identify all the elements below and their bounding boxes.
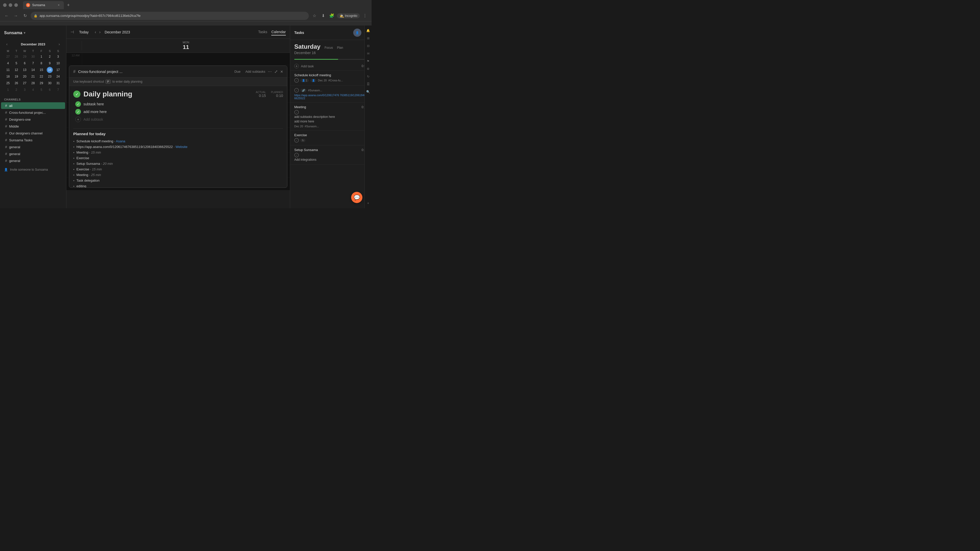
layers-icon[interactable]: ⊟ [365,43,371,49]
modal-expand-button[interactable]: ⤢ [274,69,278,74]
sidebar-item-all[interactable]: # all [1,102,65,109]
cal-day[interactable]: 1 [5,87,11,93]
cal-day[interactable]: 10 [55,60,61,66]
next-period-button[interactable]: › [98,29,102,35]
cal-day[interactable]: 3 [55,54,61,60]
cal-day[interactable]: 29 [38,80,45,86]
task-check[interactable]: ✓ [294,138,299,143]
collapse-sidebar-button[interactable]: ⊣ [70,30,74,35]
cal-day[interactable]: 30 [30,54,36,60]
forward-button[interactable]: → [12,12,19,19]
cal-day-today[interactable]: 16 [47,67,53,73]
cal-day[interactable]: 4 [30,87,36,93]
invite-button[interactable]: 👤 Invite someone to Sunsama [0,166,66,173]
cal-day[interactable]: 14 [30,67,36,73]
add-subtask-button[interactable]: + [75,117,81,122]
sidebar-item-our-designers[interactable]: # Our designers channel [1,130,65,137]
cal-day[interactable]: 2 [47,54,53,60]
task-check[interactable]: ✓ [294,153,299,157]
cal-day[interactable]: 30 [47,80,53,86]
cal-day[interactable]: 9 [47,60,53,66]
back-button[interactable]: ← [3,12,10,19]
grid-icon[interactable]: ⊞ [365,35,371,41]
task-check[interactable]: ✓ [294,78,299,83]
cal-day[interactable]: 27 [22,80,28,86]
task-check[interactable]: ✓ [294,110,299,114]
subtask-check-2[interactable]: ✓ [75,109,81,114]
app-logo[interactable]: Sunsama ▾ [0,29,66,39]
sidebar-item-general-3[interactable]: # general [1,157,65,164]
cal-day[interactable]: 25 [5,80,11,86]
cal-day[interactable]: 2 [13,87,19,93]
cal-day[interactable]: 6 [47,87,53,93]
calendar-prev-button[interactable]: ‹ [4,41,10,47]
sidebar-item-designers-one[interactable]: # Designers-one [1,116,65,123]
cal-day[interactable]: 13 [22,67,28,73]
tab-close-button[interactable]: × [57,3,61,7]
modal-more-options-button[interactable]: ⋯ [268,69,272,74]
modal-due-button[interactable]: Due [232,69,243,74]
cal-day[interactable]: 21 [30,73,36,79]
cal-day[interactable]: 29 [22,54,28,60]
download-button[interactable]: ⬇ [320,12,327,19]
sidebar-item-general-2[interactable]: # general [1,151,65,157]
browser-tab[interactable]: S Sunsama × [23,1,64,9]
refresh-icon-2[interactable]: ↻ [365,73,371,79]
cal-day[interactable]: 24 [55,73,61,79]
new-tab-button[interactable]: + [65,2,72,9]
cal-day[interactable]: 20 [22,73,28,79]
bookmark-button[interactable]: ☆ [311,12,318,19]
tab-tasks[interactable]: Tasks [258,29,267,35]
cal-day[interactable]: 15 [38,67,45,73]
sidebar-item-sunsama-tasks[interactable]: # Sunsama Tasks [1,137,65,143]
cal-day[interactable]: 3 [22,87,28,93]
modal-add-subtasks-button[interactable]: Add subtasks [245,70,265,73]
modal-close-button[interactable]: × [280,69,283,74]
website-link[interactable]: Website [176,145,188,149]
notifications-icon[interactable]: 🔔 [365,27,371,34]
close-window-button[interactable]: × [14,3,18,7]
cal-day[interactable]: 5 [13,60,19,66]
sidebar-item-middle[interactable]: # Middle [1,123,65,130]
cal-day[interactable]: 26 [13,80,19,86]
menu-button[interactable]: ⋮ [361,12,369,19]
cal-day[interactable]: 1 [38,54,45,60]
sidebar-item-general-1[interactable]: # general [1,144,65,150]
cal-day[interactable]: 11 [5,67,11,73]
cal-day[interactable]: 7 [30,60,36,66]
cal-day[interactable]: 28 [30,80,36,86]
cal-day[interactable]: 12 [13,67,19,73]
prev-period-button[interactable]: ‹ [94,29,97,35]
chat-bubble-button[interactable]: 💬 [351,192,363,203]
cal-day[interactable]: 27 [5,54,11,60]
cal-day[interactable]: 8 [38,60,45,66]
task-check[interactable]: ✓ [294,88,299,93]
subtask-check-1[interactable]: ✓ [75,101,81,107]
today-button[interactable]: Today [77,29,91,35]
cal-day[interactable]: 31 [55,80,61,86]
tab-calendar[interactable]: Calendar [271,29,286,35]
add-task-button[interactable]: + [294,64,299,68]
cal-day[interactable]: 5 [38,87,45,93]
settings-icon[interactable]: ⚙ [365,66,371,72]
sidebar-item-cross-functional[interactable]: # Cross-functional projec... [1,109,65,116]
cal-day[interactable]: 28 [13,54,19,60]
plan-tab[interactable]: Plan [336,45,344,50]
cal-day[interactable]: 7 [55,87,61,93]
address-bar[interactable]: 🔒 app.sunsama.com/group/moodjoy?taid=657… [30,12,309,20]
minimize-button[interactable]: − [3,3,6,7]
reload-button[interactable]: ↻ [21,12,29,19]
database-icon[interactable]: 🗄 [365,81,371,87]
cal-day[interactable]: 6 [22,60,28,66]
cal-day[interactable]: 17 [55,67,61,73]
daily-planning-check[interactable]: ✓ [73,91,80,98]
focus-tab[interactable]: Focus [324,45,334,50]
calendar-next-button[interactable]: › [56,41,62,47]
cal-day[interactable]: 23 [47,73,53,79]
cal-day[interactable]: 18 [5,73,11,79]
plus-icon[interactable]: + [365,200,371,206]
search-icon[interactable]: 🔍 [365,89,371,95]
user-avatar[interactable]: 👤 [353,29,361,37]
asana-link[interactable]: Asana [116,139,125,143]
cal-day[interactable]: 4 [5,60,11,66]
